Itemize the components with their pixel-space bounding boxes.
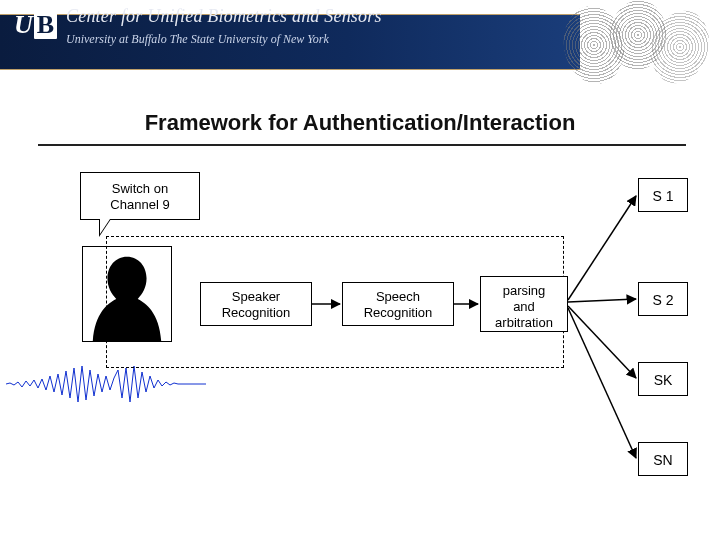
output-s1: S 1	[638, 178, 688, 212]
speech-recognition-label: SpeechRecognition	[364, 289, 433, 320]
ub-logo-b: B	[34, 10, 57, 39]
parsing-arbitration-label: parsingandarbitration	[495, 283, 553, 330]
title-underline	[38, 144, 686, 146]
svg-line-3	[568, 299, 636, 302]
speaker-recognition-label: SpeakerRecognition	[222, 289, 291, 320]
header-title: Center for Unified Biometrics and Sensor…	[66, 6, 382, 27]
svg-line-4	[568, 306, 636, 378]
bubble-line1: Switch on	[81, 181, 199, 197]
svg-line-5	[568, 308, 636, 458]
audio-waveform	[6, 362, 206, 406]
output-s2: S 2	[638, 282, 688, 316]
fingerprints-decoration	[564, 0, 714, 88]
output-sk: SK	[638, 362, 688, 396]
parsing-arbitration-box: parsingandarbitration	[480, 276, 568, 332]
speech-bubble: Switch on Channel 9	[80, 172, 200, 220]
speaker-recognition-box: SpeakerRecognition	[200, 282, 312, 326]
slide-title: Framework for Authentication/Interaction	[52, 110, 668, 136]
ub-logo-u: U	[14, 10, 33, 39]
svg-line-2	[568, 196, 636, 300]
ub-logo: UB	[14, 10, 58, 44]
output-sn: SN	[638, 442, 688, 476]
header-subtitle: University at Buffalo The State Universi…	[66, 32, 329, 47]
speech-recognition-box: SpeechRecognition	[342, 282, 454, 326]
header: UB Center for Unified Biometrics and Sen…	[0, 0, 720, 90]
bubble-line2: Channel 9	[81, 197, 199, 213]
